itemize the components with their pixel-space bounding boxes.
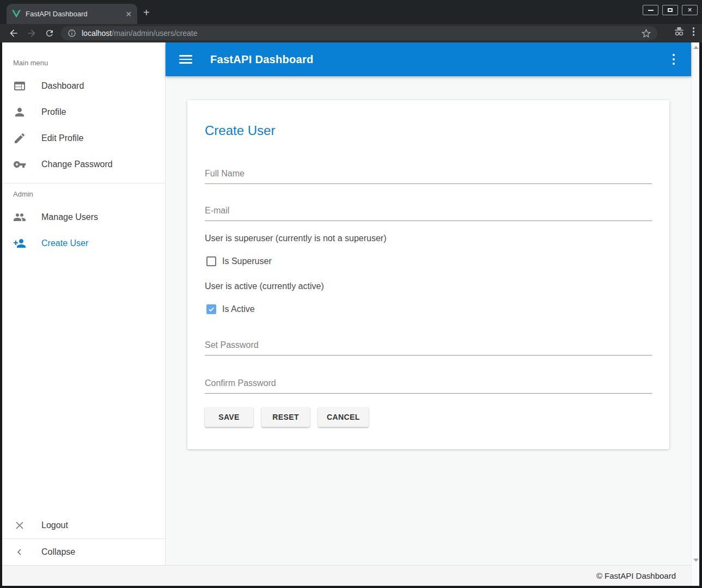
- appbar-title: FastAPI Dashboard: [210, 53, 314, 66]
- reload-button[interactable]: [43, 27, 56, 40]
- email-field[interactable]: E-mail: [205, 206, 652, 221]
- sidebar-item-change-password[interactable]: Change Password: [2, 151, 165, 177]
- browser-toolbar: localhost/main/admin/users/create: [0, 24, 702, 42]
- sidebar-item-logout[interactable]: Logout: [2, 512, 165, 538]
- site-info-icon[interactable]: [68, 29, 76, 38]
- sidebar-item-label: Manage Users: [41, 212, 98, 222]
- browser-tab[interactable]: FastAPI Dashboard ✕: [7, 4, 137, 24]
- sidebar: Main menu Dashboard Profile Edit Profile…: [2, 42, 166, 565]
- sidebar-item-label: Dashboard: [41, 81, 84, 91]
- sidebar-item-create-user[interactable]: Create User: [2, 230, 165, 256]
- sidebar-section-main-menu: Main menu: [2, 52, 165, 73]
- browser-titlebar: FastAPI Dashboard ✕ + ✕: [0, 0, 702, 24]
- appbar-menu-icon[interactable]: [673, 54, 675, 65]
- superuser-checkbox-row[interactable]: Is Superuser: [205, 256, 652, 266]
- page-content: Main menu Dashboard Profile Edit Profile…: [2, 42, 699, 586]
- dashboard-icon: [13, 79, 26, 93]
- create-user-card: Create User Full Name E-mail User is sup…: [187, 100, 669, 449]
- person-icon: [13, 106, 26, 119]
- save-button[interactable]: SAVE: [205, 407, 253, 427]
- window-maximize-button[interactable]: [662, 5, 678, 15]
- sidebar-item-edit-profile[interactable]: Edit Profile: [2, 125, 165, 151]
- superuser-checkbox-label: Is Superuser: [222, 256, 272, 266]
- sidebar-item-label: Edit Profile: [41, 133, 83, 143]
- superuser-checkbox[interactable]: [206, 256, 216, 266]
- reset-button[interactable]: RESET: [261, 407, 310, 427]
- person-add-icon: [13, 237, 26, 250]
- sidebar-item-manage-users[interactable]: Manage Users: [2, 204, 165, 230]
- tab-close-icon[interactable]: ✕: [125, 10, 132, 18]
- sidebar-item-label: Change Password: [41, 160, 113, 169]
- new-tab-button[interactable]: +: [143, 7, 150, 19]
- bookmark-star-icon[interactable]: [642, 29, 651, 38]
- active-hint: User is active (currently active): [205, 281, 652, 291]
- sidebar-item-label: Create User: [41, 238, 88, 248]
- full-name-label: Full Name: [205, 169, 652, 179]
- key-icon: [13, 158, 26, 171]
- window-minimize-button[interactable]: [643, 5, 658, 15]
- checkmark-icon: [207, 305, 215, 313]
- sidebar-section-admin: Admin: [2, 183, 165, 204]
- active-checkbox-label: Is Active: [222, 304, 255, 314]
- full-name-field[interactable]: Full Name: [205, 169, 652, 184]
- scroll-up-icon[interactable]: [693, 46, 699, 49]
- incognito-icon: [673, 27, 685, 36]
- active-checkbox[interactable]: [206, 304, 216, 314]
- sidebar-item-collapse[interactable]: Collapse: [2, 539, 165, 565]
- set-password-field[interactable]: Set Password: [205, 340, 652, 356]
- close-icon: [13, 519, 26, 532]
- sidebar-item-dashboard[interactable]: Dashboard: [2, 73, 165, 99]
- browser-menu-icon[interactable]: [693, 27, 695, 36]
- set-password-label: Set Password: [205, 340, 652, 350]
- hamburger-menu-icon[interactable]: [179, 55, 192, 64]
- tab-title: FastAPI Dashboard: [26, 10, 125, 18]
- sidebar-item-label: Collapse: [41, 547, 75, 557]
- sidebar-item-label: Profile: [41, 107, 66, 117]
- cancel-button[interactable]: CANCEL: [318, 407, 369, 427]
- forward-button[interactable]: [25, 27, 38, 40]
- scrollbar[interactable]: [691, 42, 699, 586]
- confirm-password-label: Confirm Password: [205, 378, 652, 388]
- page-title: Create User: [205, 123, 652, 138]
- active-checkbox-row[interactable]: Is Active: [205, 304, 652, 314]
- back-button[interactable]: [7, 27, 20, 40]
- url-text: localhost/main/admin/users/create: [82, 29, 642, 38]
- appbar: FastAPI Dashboard: [166, 42, 691, 76]
- sidebar-item-profile[interactable]: Profile: [2, 99, 165, 125]
- email-label: E-mail: [205, 206, 652, 216]
- sidebar-item-label: Logout: [41, 520, 68, 530]
- confirm-password-field[interactable]: Confirm Password: [205, 378, 652, 394]
- copyright-text: © FastAPI Dashboard: [596, 571, 676, 580]
- vue-favicon: [12, 10, 21, 18]
- url-bar[interactable]: localhost/main/admin/users/create: [61, 26, 657, 40]
- scroll-down-icon[interactable]: [693, 559, 699, 562]
- page-footer: © FastAPI Dashboard: [2, 565, 691, 586]
- chevron-left-icon: [13, 546, 26, 559]
- pencil-icon: [13, 132, 26, 145]
- people-icon: [13, 211, 26, 224]
- window-close-button[interactable]: ✕: [682, 5, 698, 15]
- superuser-hint: User is superuser (currently is not a su…: [205, 234, 652, 243]
